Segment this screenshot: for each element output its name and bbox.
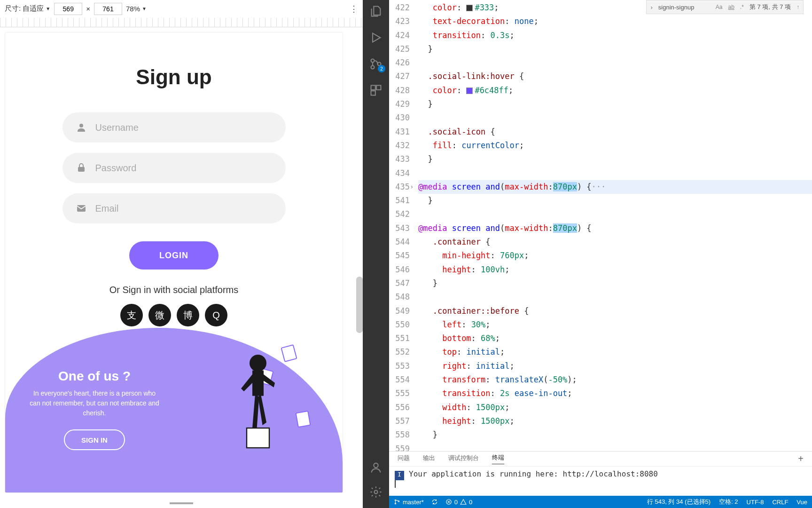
- alipay-icon[interactable]: 支: [120, 304, 143, 326]
- files-icon[interactable]: [369, 5, 383, 18]
- terminal-text: Your application is running here: http:/…: [409, 469, 658, 478]
- line-gutter: 4224234244254264274284294304314324334344…: [389, 1, 418, 451]
- qq-icon[interactable]: Q: [205, 304, 227, 326]
- zoom-label: 78%: [126, 5, 140, 13]
- dimension-separator: ×: [86, 5, 90, 13]
- svg-rect-10: [371, 86, 375, 90]
- wave-text: In everyone's heart, there is a person w…: [29, 389, 160, 418]
- wave-title: One of us ?: [29, 369, 160, 384]
- account-icon[interactable]: [369, 461, 383, 474]
- email-placeholder: Email: [95, 203, 119, 214]
- activity-bar: 2: [363, 0, 389, 508]
- svg-rect-12: [371, 91, 375, 95]
- weibo-icon[interactable]: 博: [177, 304, 199, 326]
- height-input[interactable]: [94, 3, 122, 15]
- status-cursor[interactable]: 行 543, 列 34 (已选择5): [647, 498, 710, 506]
- wechat-icon[interactable]: 微: [148, 304, 171, 326]
- svg-point-15: [395, 500, 396, 500]
- run-icon[interactable]: [369, 31, 383, 44]
- password-placeholder: Password: [95, 163, 137, 174]
- svg-point-7: [371, 59, 375, 63]
- svg-rect-11: [376, 86, 381, 90]
- signin-button[interactable]: SIGN IN: [64, 429, 125, 450]
- chevron-right-icon[interactable]: ›: [650, 4, 652, 11]
- search-text[interactable]: signin-signup: [658, 4, 710, 11]
- page-title: Sign up: [5, 65, 343, 89]
- wave-content: One of us ? In everyone's heart, there i…: [29, 369, 160, 450]
- scrollbar[interactable]: [356, 277, 363, 333]
- search-results: 第 7 项, 共 7 项: [750, 3, 791, 11]
- tab-terminal[interactable]: 终端: [492, 453, 504, 464]
- warning-icon: [460, 499, 467, 505]
- branch-icon: [394, 499, 400, 505]
- envelope-icon: [76, 203, 87, 214]
- tab-debug-console[interactable]: 调试控制台: [448, 454, 479, 464]
- status-encoding[interactable]: UTF-8: [747, 498, 764, 506]
- svg-marker-6: [373, 33, 380, 42]
- svg-point-0: [79, 124, 83, 127]
- drag-handle-icon[interactable]: [170, 502, 193, 504]
- svg-rect-4: [252, 371, 264, 396]
- code-content[interactable]: color: #333; text-decoration: none; tran…: [418, 1, 812, 451]
- extensions-icon[interactable]: [369, 84, 383, 97]
- chevron-down-icon: ▼: [46, 6, 50, 11]
- terminal-mode-badge: I: [395, 471, 404, 480]
- chevron-down-icon: ▼: [142, 6, 147, 11]
- svg-point-16: [395, 503, 396, 504]
- password-field[interactable]: Password: [62, 153, 286, 183]
- zoom-select[interactable]: 78% ▼: [126, 5, 147, 13]
- status-lang[interactable]: Vue: [796, 498, 807, 506]
- lock-icon: [76, 162, 87, 174]
- devtools-preview-panel: 尺寸: 自适应 ▼ × 78% ▼ ⋮ Sign up Username: [0, 0, 363, 508]
- sync-icon: [431, 499, 438, 505]
- terminal-cursor: [395, 480, 396, 488]
- device-select[interactable]: 尺寸: 自适应 ▼: [5, 4, 50, 13]
- add-terminal-icon[interactable]: +: [798, 453, 804, 464]
- svg-point-13: [374, 463, 378, 468]
- status-sync[interactable]: [431, 499, 438, 505]
- status-problems[interactable]: 0 0: [445, 499, 472, 506]
- more-options-icon[interactable]: ⋮: [350, 4, 358, 14]
- svg-point-8: [371, 66, 375, 69]
- match-case-icon[interactable]: Aa: [716, 4, 723, 10]
- scm-badge: 2: [378, 65, 385, 72]
- gear-icon[interactable]: [369, 485, 383, 499]
- social-prompt: Or Sign in with social platforms: [5, 285, 343, 295]
- document-icon: [295, 411, 311, 428]
- editor-panel: › signin-signup Aa ab .* 第 7 项, 共 7 项 ↑ …: [389, 0, 812, 508]
- devtools-toolbar: 尺寸: 自适应 ▼ × 78% ▼ ⋮: [0, 0, 363, 18]
- username-placeholder: Username: [95, 122, 139, 133]
- code-editor[interactable]: 4224234244254264274284294304314324334344…: [389, 0, 812, 451]
- tab-output[interactable]: 输出: [423, 454, 435, 464]
- status-branch[interactable]: master*: [394, 499, 424, 506]
- device-label: 尺寸: 自适应: [5, 4, 44, 13]
- terminal-tabs: 问题 输出 调试控制台 终端 +: [389, 452, 812, 467]
- svg-point-3: [250, 355, 266, 372]
- svg-rect-5: [247, 428, 269, 448]
- email-field[interactable]: Email: [62, 193, 286, 223]
- login-button[interactable]: LOGIN: [129, 241, 219, 270]
- status-eol[interactable]: CRLF: [772, 498, 788, 506]
- social-icons-row: 支 微 博 Q: [5, 304, 343, 326]
- person-illustration: [230, 347, 286, 464]
- source-control-icon[interactable]: 2: [369, 57, 383, 71]
- tab-problems[interactable]: 问题: [398, 454, 410, 464]
- preview-viewport: Sign up Username Password Email LOGIN Or…: [0, 27, 363, 508]
- svg-rect-1: [78, 167, 85, 172]
- terminal-panel: 问题 输出 调试控制台 终端 + IYour application is ru…: [389, 451, 812, 496]
- svg-point-14: [375, 491, 378, 494]
- ruler: [0, 18, 363, 27]
- username-field[interactable]: Username: [62, 112, 286, 143]
- whole-word-icon[interactable]: ab: [728, 4, 734, 10]
- width-input[interactable]: [54, 3, 82, 15]
- error-icon: [445, 499, 452, 505]
- signup-page: Sign up Username Password Email LOGIN Or…: [5, 32, 343, 493]
- search-widget: › signin-signup Aa ab .* 第 7 项, 共 7 项 ↑: [646, 0, 804, 14]
- user-icon: [76, 122, 87, 133]
- status-spaces[interactable]: 空格: 2: [719, 498, 738, 506]
- regex-icon[interactable]: .*: [740, 4, 744, 10]
- status-bar: master* 0 0 行 543, 列 34 (已选择5) 空格: 2 UTF…: [389, 496, 812, 508]
- terminal-output[interactable]: IYour application is running here: http:…: [389, 467, 812, 492]
- prev-match-icon[interactable]: ↑: [796, 4, 799, 10]
